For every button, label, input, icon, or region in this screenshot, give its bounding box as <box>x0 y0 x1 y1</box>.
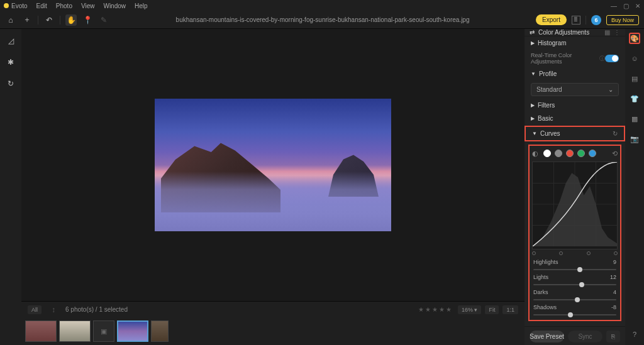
info-icon[interactable]: ⓘ <box>599 55 605 63</box>
minimize-icon[interactable]: — <box>611 3 617 9</box>
zoom-1to1[interactable]: 1:1 <box>502 305 518 314</box>
handle-darks[interactable] <box>559 251 563 255</box>
star-icon[interactable]: ★ <box>432 306 438 313</box>
section-curves[interactable]: ▼Curves ↻ <box>525 126 625 141</box>
section-filters[interactable]: ▶Filters <box>525 99 625 112</box>
curves-reset-icon[interactable]: ⟲ <box>612 150 618 158</box>
realtime-toggle[interactable] <box>605 55 619 62</box>
photo-count: 6 photo(s) / 1 selected <box>65 306 128 313</box>
home-icon[interactable]: ⌂ <box>5 14 16 26</box>
radial-tool-icon[interactable]: ✱ <box>5 57 16 68</box>
thumb-3[interactable]: ▣ <box>93 320 114 342</box>
star-icon[interactable]: ★ <box>425 306 431 313</box>
section-histogram[interactable]: ▶Histogram <box>525 36 625 50</box>
slider-track[interactable] <box>533 269 616 270</box>
slider-label: Darks <box>533 289 548 295</box>
notif-badge[interactable]: 6 <box>591 15 601 25</box>
thumb-2[interactable] <box>59 320 91 342</box>
crop-tool-icon[interactable]: ◿ <box>5 35 16 47</box>
face-retouch-icon[interactable]: ☺ <box>629 53 640 64</box>
separator <box>60 16 60 25</box>
handle-lights[interactable] <box>587 251 591 255</box>
menu-item-photo[interactable]: Photo <box>56 3 72 9</box>
rating-stars[interactable]: ★★★★★ <box>418 306 452 313</box>
handle-highlights[interactable] <box>614 251 618 255</box>
export-button[interactable]: Export <box>536 14 567 25</box>
slider-shadows: Shadows-8 <box>532 302 618 317</box>
section-profile[interactable]: ▼Profile <box>525 67 625 80</box>
body-icon[interactable]: 👕 <box>629 93 640 104</box>
chevron-down-icon: ⌄ <box>608 86 613 93</box>
slider-value: 4 <box>613 289 616 295</box>
close-icon[interactable]: ✕ <box>635 3 640 9</box>
menu-item-help[interactable]: Help <box>135 3 148 9</box>
right-tool-rail: 🎨 ☺ ▤ 👕 ▩ 📷 ? <box>625 29 644 345</box>
channel-red[interactable] <box>566 150 574 157</box>
layout-icon[interactable]: ▦ <box>604 29 610 36</box>
adjustments-icon: ⇄ <box>530 29 535 36</box>
help-icon[interactable]: ? <box>629 329 640 340</box>
handle-shadows[interactable] <box>532 251 536 255</box>
thumb-5[interactable] <box>151 320 169 342</box>
brush-icon[interactable]: ✎ <box>98 14 109 26</box>
sync-button[interactable]: Sync <box>568 331 602 342</box>
canvas-area: All ↕ 6 photo(s) / 1 selected ★★★★★ 16% … <box>21 29 525 345</box>
photo-preview <box>155 99 391 231</box>
star-icon[interactable]: ★ <box>446 306 452 313</box>
doc-icon[interactable]: ≣ <box>572 16 580 25</box>
channel-gray[interactable] <box>555 150 562 157</box>
save-preset-button[interactable]: Save Preset <box>530 331 564 342</box>
slider-highlights: Highlights9 <box>532 257 618 272</box>
realtime-toggle-row: Real-Time Color Adjustments ⓘ <box>525 50 625 67</box>
separator <box>38 16 38 25</box>
channel-luma[interactable] <box>543 150 551 157</box>
background-icon[interactable]: ▩ <box>629 113 640 124</box>
thumb-1[interactable] <box>25 320 57 342</box>
star-icon[interactable]: ★ <box>439 306 445 313</box>
star-icon[interactable]: ★ <box>418 306 424 313</box>
undo-icon[interactable]: ↶ <box>43 14 55 26</box>
color-adjust-icon[interactable]: 🎨 <box>629 33 640 44</box>
effects-icon[interactable]: 📷 <box>629 133 640 145</box>
zoom-fit[interactable]: Fit <box>485 305 499 314</box>
menubar: Evoto Edit Photo View Window Help — ▢ ✕ <box>0 0 644 11</box>
slider-track[interactable] <box>533 284 616 285</box>
thumb-4-selected[interactable] <box>117 320 148 342</box>
maximize-icon[interactable]: ▢ <box>623 3 629 9</box>
history-tool-icon[interactable]: ↻ <box>5 78 16 89</box>
slider-track[interactable] <box>533 299 616 300</box>
menu-item-evoto[interactable]: Evoto <box>11 3 28 9</box>
canvas-bottom-bar: All ↕ 6 photo(s) / 1 selected ★★★★★ 16% … <box>21 301 525 317</box>
panel-header: ⇄ Color Adjustments ▦ ⋮ <box>525 29 625 36</box>
hand-tool-icon[interactable]: ✋ <box>65 14 77 26</box>
channel-green[interactable] <box>577 150 585 157</box>
panel-footer: Save Preset Sync ⎘ <box>525 326 625 345</box>
slider-label: Lights <box>533 274 548 280</box>
reset-curves-icon[interactable]: ↻ <box>613 130 618 137</box>
more-icon[interactable]: ⋮ <box>614 29 620 36</box>
curve-graph[interactable] <box>532 162 618 249</box>
slider-track[interactable] <box>533 314 616 315</box>
curves-editor: ◐ ⟲ <box>528 145 621 321</box>
curve-region-handles <box>532 249 618 257</box>
window-controls: — ▢ ✕ <box>611 3 640 9</box>
panel-title: Color Adjustments <box>538 29 589 36</box>
brand: Evoto <box>4 3 28 9</box>
menu-item-window[interactable]: Window <box>103 3 126 9</box>
layers-icon[interactable]: ▤ <box>629 73 640 84</box>
filter-all[interactable]: All <box>28 305 42 314</box>
add-icon[interactable]: ＋ <box>21 14 33 26</box>
zoom-value[interactable]: 16% ▾ <box>458 305 482 314</box>
section-basic[interactable]: ▶Basic <box>525 112 625 125</box>
slider-darks: Darks4 <box>532 287 618 302</box>
canvas-view[interactable] <box>21 29 525 301</box>
parametric-icon[interactable]: ◐ <box>532 150 540 157</box>
menu-item-view[interactable]: View <box>81 3 95 9</box>
sort-icon[interactable]: ↕ <box>48 304 59 315</box>
channel-blue[interactable] <box>589 150 596 157</box>
buy-now-button[interactable]: Buy Now <box>606 15 639 25</box>
copy-settings-button[interactable]: ⎘ <box>606 331 620 342</box>
profile-select[interactable]: Standard⌄ <box>531 83 619 96</box>
menu-item-edit[interactable]: Edit <box>36 3 47 9</box>
pin-icon[interactable]: 📍 <box>82 14 93 26</box>
